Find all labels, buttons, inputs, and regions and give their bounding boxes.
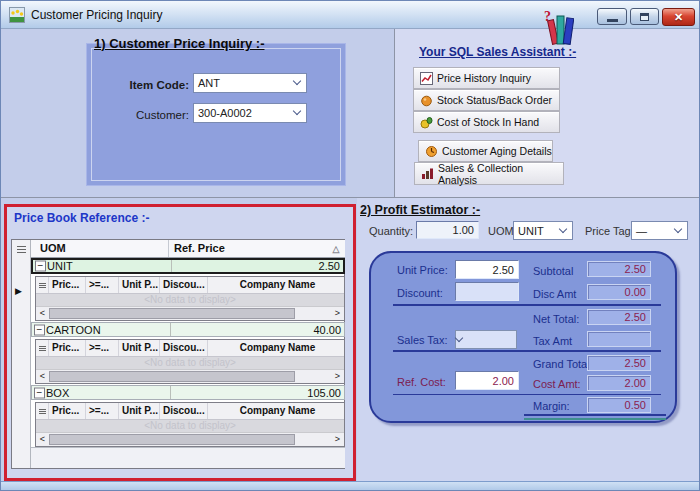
uom-row-cartoon[interactable]: − CARTOON 40.00 [31, 322, 345, 337]
chevron-down-icon [674, 224, 682, 232]
scroll-right-button[interactable]: > [331, 307, 344, 320]
cost-amt-value: 2.00 [587, 375, 651, 391]
unit-price-input[interactable]: 2.50 [455, 260, 519, 279]
button-label: Cost of Stock In Hand [437, 116, 539, 128]
subgrid-cartoon: Pric... >=... Unit P... Discou... Compan… [35, 339, 345, 384]
app-window: Customer Pricing Inquiry ✕ 1) Customer P… [0, 0, 700, 491]
scroll-thumb[interactable] [49, 371, 295, 382]
subtotal-value: 2.50 [587, 261, 651, 277]
scroll-thumb[interactable] [49, 434, 295, 445]
minimize-button[interactable] [597, 8, 627, 25]
subgrid-scrollbar[interactable]: < > [36, 369, 344, 383]
separator-line [393, 350, 661, 352]
collapse-icon[interactable]: − [35, 261, 46, 272]
customer-label: Customer: [101, 109, 189, 121]
subgrid-col-price[interactable]: Pric... [49, 403, 86, 419]
scroll-thumb[interactable] [49, 308, 295, 319]
price-book-grid: ▶ UOM Ref. Price △ − UNIT 2.50 Pric... >… [11, 239, 345, 469]
customer-combobox[interactable]: 300-A0002 [193, 103, 307, 123]
profit-panel: Unit Price: 2.50 Subtotal 2.50 Discount:… [369, 251, 677, 423]
subgrid-empty-message: <No data to display> [36, 420, 344, 432]
subgrid-col-gte[interactable]: >=... [86, 403, 119, 419]
scroll-left-button[interactable]: < [36, 307, 49, 320]
button-label: Price History Inquiry [437, 72, 531, 84]
ref-price-cell: 40.00 [151, 324, 344, 336]
title-bar[interactable]: Customer Pricing Inquiry ✕ [1, 1, 699, 29]
ref-cost-input[interactable]: 2.00 [455, 371, 519, 390]
stock-status-button[interactable]: Stock Status/Back Order [413, 89, 560, 111]
subgrid-header[interactable]: Pric... >=... Unit P... Discou... Compan… [36, 340, 344, 357]
row-indicator-column: ▶ [12, 240, 31, 468]
quantity-label: Quantity: [369, 225, 413, 237]
button-label: Customer Aging Details [442, 145, 552, 157]
uom-combobox[interactable]: UNIT [513, 221, 573, 240]
subgrid-col-discount[interactable]: Discou... [160, 403, 208, 419]
collapse-icon[interactable]: − [34, 387, 45, 398]
margin-underline [524, 414, 666, 416]
cost-of-stock-button[interactable]: Cost of Stock In Hand [413, 111, 560, 133]
column-header-uom[interactable]: UOM [31, 240, 169, 257]
sales-tax-label: Sales Tax: [397, 334, 448, 346]
chevron-down-icon [455, 333, 463, 341]
sales-collection-button[interactable]: Sales & Collection Analysis [414, 162, 564, 185]
subtotal-label: Subtotal [533, 265, 573, 277]
books-help-icon: ? [544, 8, 574, 46]
grid-header-row: UOM Ref. Price △ [31, 240, 345, 258]
item-code-combobox[interactable]: ANT [193, 73, 307, 93]
price-book-heading: Price Book Reference :- [14, 211, 149, 225]
uom-row-box[interactable]: − BOX 105.00 [31, 385, 345, 400]
subgrid-empty-message: <No data to display> [36, 294, 344, 306]
customer-price-inquiry-heading: 1) Customer Price Inquiry :- [94, 36, 264, 51]
subgrid-scrollbar[interactable]: < > [36, 306, 344, 320]
customer-value: 300-A0002 [194, 107, 294, 119]
uom-value: UNIT [514, 225, 560, 237]
column-header-ref-price[interactable]: Ref. Price [169, 240, 327, 257]
subgrid-col-price[interactable]: Pric... [49, 340, 86, 356]
scroll-left-button[interactable]: < [36, 433, 49, 446]
discount-input[interactable] [455, 282, 519, 301]
profit-estimator-heading: 2) Profit Estimator :- [360, 203, 480, 217]
ref-cost-label: Ref. Cost: [397, 376, 446, 388]
uom-cell: UNIT [33, 260, 152, 272]
subgrid-scrollbar[interactable]: < > [36, 432, 344, 446]
subgrid-col-company[interactable]: Company Name [208, 277, 344, 293]
stock-status-icon [420, 94, 433, 107]
scroll-left-button[interactable]: < [36, 370, 49, 383]
subgrid-col-gte[interactable]: >=... [86, 277, 119, 293]
scroll-right-button[interactable]: > [331, 370, 344, 383]
uom-cell: BOX [32, 387, 151, 399]
subgrid-col-unitprice[interactable]: Unit P... [119, 340, 160, 356]
subgrid-col-discount[interactable]: Discou... [160, 340, 208, 356]
subgrid-col-unitprice[interactable]: Unit P... [119, 277, 160, 293]
subgrid-header[interactable]: Pric... >=... Unit P... Discou... Compan… [36, 403, 344, 420]
column-divider [171, 260, 172, 272]
button-label: Sales & Collection Analysis [438, 162, 563, 186]
sales-tax-combobox[interactable] [455, 330, 517, 349]
column-divider [170, 323, 171, 336]
scroll-right-button[interactable]: > [331, 433, 344, 446]
app-icon [9, 7, 25, 23]
sort-indicator-icon[interactable]: △ [327, 244, 345, 254]
row-indicator-arrow-icon: ▶ [15, 286, 22, 296]
disc-amt-value: 0.00 [587, 284, 651, 300]
subgrid-col-unitprice[interactable]: Unit P... [119, 403, 160, 419]
subgrid-col-price[interactable]: Pric... [49, 277, 86, 293]
close-button[interactable]: ✕ [662, 8, 695, 26]
maximize-button[interactable] [630, 8, 659, 25]
collapse-icon[interactable]: − [34, 324, 45, 335]
grid-corner-icon[interactable] [17, 246, 26, 247]
unit-price-label: Unit Price: [397, 264, 448, 276]
price-tag-value: — [632, 225, 675, 237]
subgrid-header[interactable]: Pric... >=... Unit P... Discou... Compan… [36, 277, 344, 294]
quantity-input[interactable]: 1.00 [416, 221, 479, 239]
uom-cell: CARTOON [32, 324, 151, 336]
subgrid-col-company[interactable]: Company Name [208, 340, 344, 356]
subgrid-col-discount[interactable]: Discou... [160, 277, 208, 293]
price-tag-combobox[interactable]: — [631, 221, 688, 240]
subgrid-col-gte[interactable]: >=... [86, 340, 119, 356]
customer-aging-button[interactable]: Customer Aging Details [418, 140, 553, 162]
subgrid-col-company[interactable]: Company Name [208, 403, 344, 419]
chevron-down-icon [293, 107, 301, 115]
uom-row-unit[interactable]: − UNIT 2.50 [31, 258, 345, 274]
price-history-inquiry-button[interactable]: Price History Inquiry [413, 67, 560, 89]
